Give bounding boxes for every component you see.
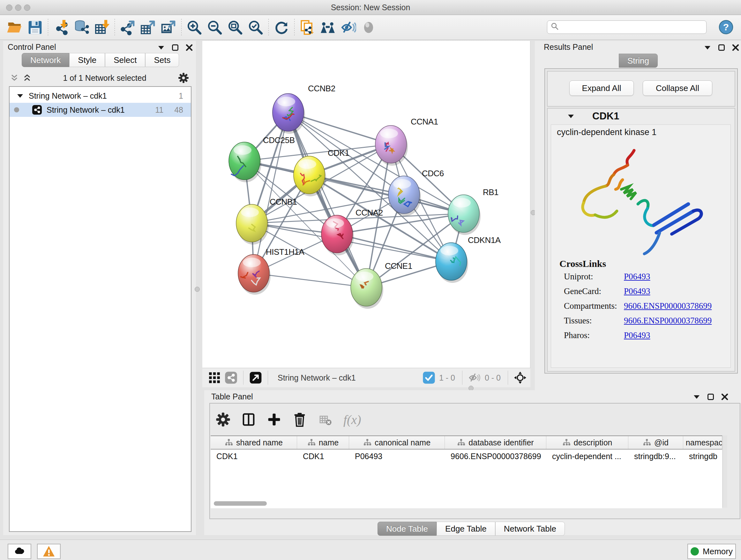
add-column-icon[interactable] (267, 412, 281, 427)
export-image-icon[interactable] (158, 18, 179, 37)
zoom-fit-icon[interactable] (225, 18, 246, 37)
vertical-scrollbar-track[interactable] (723, 435, 727, 508)
search-icon (550, 22, 559, 32)
delete-column-icon[interactable] (292, 412, 307, 427)
show-all-icon[interactable] (358, 18, 379, 37)
selected-checkbox-icon[interactable] (421, 370, 437, 385)
collapse-results-icon[interactable] (704, 45, 711, 50)
collapse-table-icon[interactable] (693, 394, 700, 399)
table-cell[interactable]: CDK1 (297, 449, 349, 463)
help-button[interactable]: ? (719, 20, 733, 36)
column-header-description[interactable]: description (546, 436, 628, 449)
table-row[interactable]: CDK1CDK1P064939606.ENSP00000378699cyclin… (211, 449, 722, 463)
tab-string[interactable]: String (619, 54, 658, 68)
left-splitter-handle[interactable] (195, 287, 200, 292)
network-overview-button[interactable] (223, 370, 239, 385)
import-network-file-icon[interactable] (51, 18, 71, 37)
tab-sets[interactable]: Sets (145, 53, 179, 67)
gene-collapse-icon[interactable] (567, 114, 575, 120)
network-node-ccnb1[interactable]: CCNB1 (236, 197, 297, 245)
float-panel-icon[interactable] (172, 44, 179, 51)
column-header-id[interactable]: @id (628, 436, 683, 449)
tab-style[interactable]: Style (69, 53, 105, 67)
show-column-icon[interactable] (241, 412, 256, 427)
node-label: CCNA1 (411, 117, 438, 126)
network-node-cdc6[interactable]: CDC6 (388, 169, 444, 216)
birds-eye-view-button[interactable] (206, 370, 223, 385)
table-cell[interactable]: 9606.ENSP00000378699 (445, 449, 546, 463)
network-options-gear-icon[interactable] (178, 72, 189, 83)
table-cell[interactable]: CDK1 (211, 449, 297, 463)
network-collection-row[interactable]: String Network – cdk1 1 (10, 89, 191, 103)
float-results-icon[interactable] (718, 44, 725, 51)
table-cell[interactable]: stringdb (683, 449, 722, 463)
network-node-rb1[interactable]: RB1 (448, 187, 498, 235)
float-table-icon[interactable] (707, 393, 714, 400)
collapse-all-button[interactable]: Collapse All (643, 80, 712, 96)
network-node-ccne1[interactable]: CCNE1 (351, 261, 412, 309)
duplicate-network-icon[interactable] (297, 18, 318, 37)
current-network-title: String Network – cdk1 (278, 373, 356, 382)
tab-select[interactable]: Select (105, 53, 145, 67)
memory-button[interactable]: Memory (687, 544, 736, 559)
network-canvas[interactable]: CCNB2CCNA1CDC25BCDK1CDC6RB1CCNB1CCNA2CDK… (202, 41, 530, 368)
function-builder-icon: f(x) (343, 412, 361, 427)
column-header-sharedname[interactable]: shared name (211, 436, 297, 449)
warnings-button[interactable] (37, 544, 61, 559)
network-node-cdkn1a[interactable]: CDKN1A (435, 235, 501, 283)
tab-edge-table[interactable]: Edge Table (436, 522, 495, 536)
crosslink-link[interactable]: P06493 (624, 272, 650, 281)
cloud-status-button[interactable] (8, 544, 31, 559)
network-view-toolbar: String Network – cdk1 1 - 0 0 - 0 (202, 368, 530, 387)
crosslink-link[interactable]: 9606.ENSP00000378699 (624, 316, 712, 325)
zoom-in-icon[interactable] (184, 18, 205, 37)
import-table-file-icon[interactable] (91, 18, 112, 37)
search-box[interactable] (547, 20, 706, 34)
import-network-database-icon[interactable] (71, 18, 91, 37)
collapse-all-tree-icon[interactable] (23, 74, 31, 82)
close-table-icon[interactable] (721, 393, 728, 400)
tab-node-table[interactable]: Node Table (378, 522, 436, 536)
refresh-view-icon[interactable] (271, 18, 292, 37)
open-session-icon[interactable] (4, 18, 25, 37)
network-edge[interactable] (337, 234, 451, 261)
expand-all-button[interactable]: Expand All (569, 80, 634, 96)
table-cell[interactable]: stringdb:9... (628, 449, 683, 463)
close-panel-icon[interactable] (186, 44, 193, 51)
horizontal-scrollbar-thumb[interactable] (214, 501, 267, 506)
tab-network-table[interactable]: Network Table (495, 522, 565, 536)
node-label: RB1 (483, 187, 498, 197)
crosslink-link[interactable]: P06493 (624, 287, 650, 296)
export-network-icon[interactable] (118, 18, 138, 37)
save-session-icon[interactable] (25, 18, 45, 37)
table-cell[interactable]: P06493 (349, 449, 445, 463)
close-results-icon[interactable] (732, 44, 739, 51)
expand-all-tree-icon[interactable] (10, 74, 18, 82)
zoom-selected-icon[interactable] (246, 18, 266, 37)
title-bar[interactable]: Session: New Session (0, 0, 741, 15)
network-edge[interactable] (288, 112, 366, 287)
network-node-ccna1[interactable]: CCNA1 (375, 117, 438, 166)
column-header-namespac[interactable]: namespac (683, 436, 722, 449)
collapse-panel-icon[interactable] (158, 45, 165, 50)
detach-view-button[interactable] (247, 370, 264, 385)
tree-expand-icon[interactable] (17, 93, 23, 98)
table-cell[interactable]: cyclin-dependent ... (546, 449, 628, 463)
crosslink-link[interactable]: P06493 (624, 330, 650, 340)
tab-network[interactable]: Network (22, 53, 69, 67)
fit-selected-crosshair-icon[interactable] (512, 370, 529, 385)
crosslink-link[interactable]: 9606.ENSP00000378699 (624, 301, 712, 311)
toolbar-separator (181, 19, 182, 36)
column-header-canonicalname[interactable]: canonical name (349, 436, 445, 449)
table-settings-gear-icon[interactable] (216, 412, 230, 427)
hide-selected-icon[interactable] (338, 18, 358, 37)
column-header-databaseidentifier[interactable]: database identifier (445, 436, 546, 449)
network-row-selected[interactable]: String Network – cdk1 11 48 (10, 103, 191, 117)
export-table-icon[interactable] (138, 18, 158, 37)
search-input[interactable] (559, 22, 698, 32)
column-header-name[interactable]: name (297, 436, 349, 449)
first-neighbors-icon[interactable] (318, 18, 338, 37)
zoom-out-icon[interactable] (205, 18, 225, 37)
network-node-hist1h1a[interactable]: HIST1H1A (238, 247, 305, 295)
crosslink-label: GeneCard: (556, 284, 624, 299)
